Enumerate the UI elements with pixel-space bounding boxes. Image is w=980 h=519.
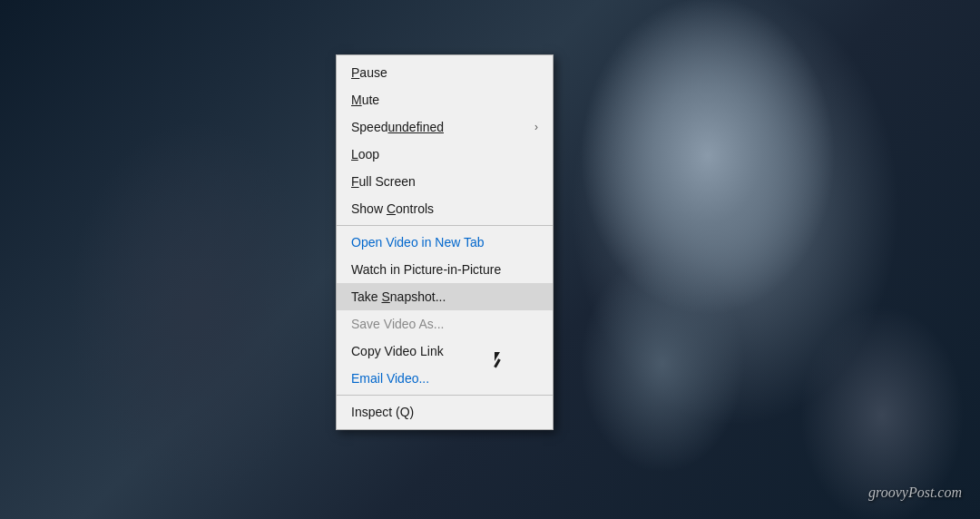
menu-item-loop[interactable]: Loop xyxy=(337,141,553,168)
menu-item-inspect[interactable]: Inspect (Q) xyxy=(337,398,553,426)
menu-item-savevideo[interactable]: Save Video As... xyxy=(337,310,553,338)
menu-item-showcontrols[interactable]: Show Controls xyxy=(337,195,553,222)
menu-item-pause[interactable]: Pause xyxy=(337,59,553,86)
watermark: groovyPost.com xyxy=(868,485,962,501)
menu-item-speed[interactable]: Speedundefined› xyxy=(337,113,553,141)
menu-item-copylink[interactable]: Copy Video Link xyxy=(337,338,553,365)
menu-item-pip[interactable]: Watch in Picture-in-Picture xyxy=(337,256,553,283)
menu-item-fullscreen[interactable]: Full Screen xyxy=(337,168,553,195)
speed-submenu-arrow: › xyxy=(534,121,538,133)
menu-item-emailvideo[interactable]: Email Video... xyxy=(337,365,553,392)
context-menu: PauseMuteSpeedundefined›LoopFull ScreenS… xyxy=(336,54,554,430)
menu-separator xyxy=(337,225,553,226)
menu-separator xyxy=(337,395,553,396)
menu-item-mute[interactable]: Mute xyxy=(337,86,553,113)
menu-item-opennewtab[interactable]: Open Video in New Tab xyxy=(337,229,553,256)
menu-item-snapshot[interactable]: Take Snapshot... xyxy=(337,283,553,310)
